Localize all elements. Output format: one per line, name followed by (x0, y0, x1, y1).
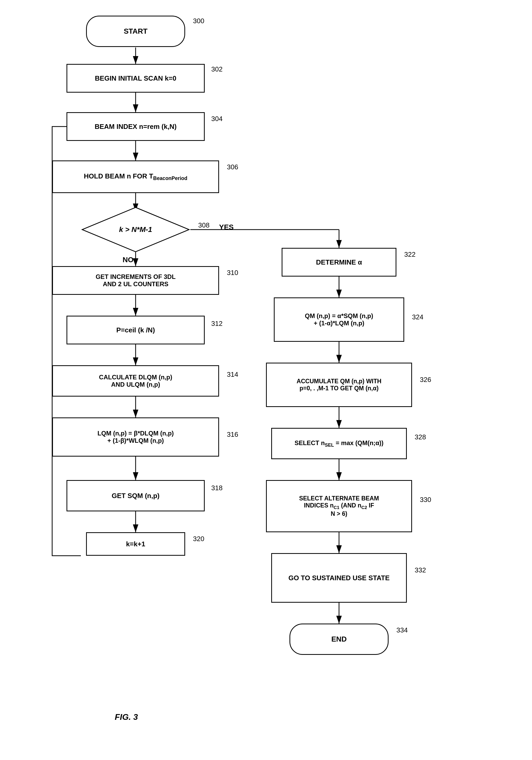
ref-314: 314 (227, 370, 238, 379)
start-node: START (86, 16, 185, 47)
node-318: GET SQM (n,p) (66, 480, 205, 511)
figure-caption: FIG. 3 (115, 712, 138, 722)
node-312: P=ceil (k /N) (66, 316, 205, 344)
ref-334: 334 (396, 626, 408, 634)
node-328: SELECT nSEL = max (QM(n;α)) (271, 428, 407, 459)
ref-300: 300 (193, 17, 204, 25)
ref-326: 326 (420, 376, 431, 384)
node-326: ACCUMULATE QM (n,p) WITHp=0, . ,M-1 TO G… (266, 363, 412, 407)
ref-320: 320 (193, 535, 204, 543)
ref-328: 328 (415, 433, 426, 441)
ref-330: 330 (420, 496, 431, 504)
ref-302: 302 (211, 65, 222, 73)
node-306: HOLD BEAM n FOR TBeaconPeriod (52, 161, 219, 193)
node-322: DETERMINE α (282, 248, 396, 276)
ref-310: 310 (227, 269, 238, 277)
node-332: GO TO SUSTAINED USE STATE (271, 553, 407, 603)
node-302: BEGIN INITIAL SCAN k=0 (66, 64, 205, 93)
no-label: NO (122, 256, 134, 264)
ref-308: 308 (198, 221, 209, 229)
ref-316: 316 (227, 431, 238, 439)
node-316: LQM (n,p) = β*DLQM (n,p)+ (1-β)*WLQM (n,… (52, 417, 219, 456)
node-320: k=k+1 (86, 532, 185, 556)
node-330: SELECT ALTERNATE BEAMINDICES nC1 (AND nC… (266, 480, 412, 532)
ref-318: 318 (211, 484, 222, 492)
ref-322: 322 (404, 251, 416, 259)
ref-332: 332 (415, 566, 426, 574)
node-304: BEAM INDEX n=rem (k,N) (66, 112, 205, 141)
node-308: k > N*M-1 (79, 206, 192, 253)
ref-306: 306 (227, 163, 238, 171)
yes-label: YES (219, 223, 234, 231)
ref-304: 304 (211, 115, 222, 123)
ref-312: 312 (211, 320, 222, 328)
node-324: QM (n,p) = α*SQM (n,p)+ (1-α)*LQM (n,p) (274, 298, 404, 342)
end-node: END (289, 624, 388, 655)
flowchart-diagram: START 300 BEGIN INITIAL SCAN k=0 302 BEA… (0, 0, 532, 760)
node-314: CALCULATE DLQM (n,p)AND ULQM (n,p) (52, 365, 219, 397)
ref-324: 324 (412, 313, 423, 321)
node-310: GET INCREMENTS OF 3DLAND 2 UL COUNTERS (52, 266, 219, 295)
